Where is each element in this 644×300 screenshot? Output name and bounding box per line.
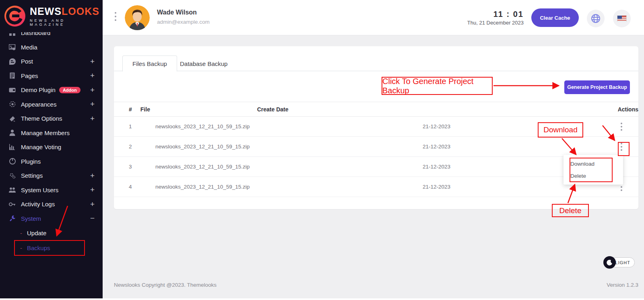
sidebar-item-label: Activity Logs [21,201,55,208]
plugins-icon [9,158,16,165]
settings-icon [9,172,16,179]
sidebar-item-label: Media [21,44,37,51]
sidebar-item-label: Manage Members [21,129,70,136]
sidebar-item-manage-members[interactable]: Manage Members [0,126,103,140]
row-file-name: newslooks_2023_12_21_10_59_15.zip [155,123,423,129]
annotation-download-label: Download [538,122,583,138]
brand-logo[interactable]: NEWSLOOKS NEWS AND MAGAZINE [0,0,103,32]
activity-logs-icon [9,201,16,208]
expand-plus-icon[interactable]: + [90,171,95,180]
sidebar-item-system-users[interactable]: System Users + [0,183,103,197]
expand-plus-icon[interactable]: + [90,71,95,80]
sidebar-item-demo-plugin[interactable]: Demo Plugin Addon + [0,83,103,97]
sidebar-item-label: System [21,215,41,222]
top-header: Wade Wilson admin@example.com 11 : 01 Th… [103,0,644,35]
col-header-actions: Actions [303,106,638,113]
row-create-date: 21-12-2023 [423,123,528,129]
sidebar-item-label: Demo Plugin [21,86,56,93]
clear-cache-button[interactable]: Clear Cache [531,8,579,27]
footer-version: Version 1.2.3 [607,282,638,288]
sidebar-subitem-update[interactable]: - Update [0,226,103,240]
sidebar-toggle-kebab-icon[interactable] [115,12,116,21]
sidebar-item-label: Theme Options [21,115,62,122]
header-clock: 11 : 01 Thu, 21 December 2023 [467,10,524,26]
sidebar-item-appearances[interactable]: Appearances + [0,97,103,112]
clock-time: 11 : 01 [467,10,524,19]
row-actions-menu-icon[interactable] [619,121,624,132]
locale-flag-button[interactable] [613,10,631,27]
annotation-backups-highlight-box [14,240,85,256]
pages-icon [9,72,16,79]
annotation-generate-label: Click To Generate Project Backup [382,77,493,95]
sidebar-item-label: System Users [21,187,58,193]
sidebar-item-theme-options[interactable]: Theme Options + [0,111,103,126]
row-index: 1 [114,123,155,129]
sidebar-item-plugins[interactable]: Plugins [0,154,103,169]
user-email: admin@example.com [157,19,210,25]
expand-plus-icon[interactable]: + [90,185,95,194]
expand-plus-icon[interactable]: + [90,114,95,123]
sidebar-item-activity-logs[interactable]: Activity Logs + [0,197,103,212]
globe-icon [591,14,601,23]
sidebar-nav: Dashboard Media Post + Pages + Demo Plug… [0,26,103,255]
bottom-edge [0,298,644,300]
expand-plus-icon[interactable]: + [90,86,95,95]
sidebar-item-label: Post [21,58,33,65]
sidebar-item-label: Manage Voting [21,144,61,150]
sidebar-item-manage-voting[interactable]: Manage Voting [0,140,103,154]
generate-project-backup-button[interactable]: Generate Project Backup [564,80,630,94]
tab-files-backup[interactable]: Files Backup [122,55,177,72]
addon-badge: Addon [59,87,80,93]
post-icon [9,58,16,65]
user-name[interactable]: Wade Wilson [157,9,197,16]
sidebar-item-system[interactable]: System − [0,212,103,226]
brand-name: NEWSLOOKS NEWS AND MAGAZINE [30,6,103,27]
media-icon [9,44,16,51]
manage-members-icon [9,129,16,136]
language-globe-button[interactable] [587,10,605,27]
sidebar-item-pages[interactable]: Pages + [0,69,103,83]
manage-voting-icon [9,144,16,150]
annotation-delete-label: Delete [552,204,589,217]
clock-date: Thu, 21 December 2023 [467,20,524,26]
sidebar-item-label: Settings [21,172,43,179]
theme-toggle-label: LIGHT [615,260,630,265]
sidebar-item-label: Appearances [21,101,56,108]
table-row: 3 newslooks_2023_12_21_10_59_15.zip 21-1… [114,157,638,177]
system-wrench-icon [9,215,16,222]
expand-plus-icon[interactable]: + [90,57,95,66]
collapse-minus-icon[interactable]: − [90,214,95,223]
user-avatar[interactable] [125,5,150,30]
avatar-image [125,5,150,30]
sidebar-item-media[interactable]: Media [0,40,103,55]
tab-database-backup[interactable]: Database Backup [170,55,237,72]
annotation-dots-highlight-box [618,142,630,156]
table-row: 2 newslooks_2023_12_21_10_59_15.zip 21-1… [114,137,638,157]
theme-options-icon [9,115,16,122]
system-users-icon [9,187,16,193]
subitem-dash: - [20,230,22,236]
moon-icon [603,256,616,269]
col-header-create-date: Create Date [257,106,303,113]
expand-plus-icon[interactable]: + [90,100,95,109]
sidebar-item-settings[interactable]: Settings + [0,168,103,183]
table-header-row: # File Create Date Actions [114,102,638,117]
row-create-date: 21-12-2023 [423,144,528,150]
appearances-icon [9,101,16,108]
sidebar-item-label: Pages [21,72,38,79]
row-index: 4 [114,184,155,190]
demo-plugin-icon [9,86,16,93]
sidebar-item-label: Plugins [21,158,41,165]
col-header-file: File [140,106,257,113]
sidebar-item-post[interactable]: Post + [0,54,103,69]
annotation-dropdown-highlight-box [570,158,613,182]
sidebar-subitem-label: Update [27,230,46,236]
brand-tagline: NEWS AND MAGAZINE [30,18,103,27]
row-file-name: newslooks_2023_12_21_10_59_15.zip [155,164,423,170]
row-file-name: newslooks_2023_12_21_10_59_15.zip [155,184,423,190]
row-index: 3 [114,164,155,170]
us-flag-icon [617,15,627,22]
expand-plus-icon[interactable]: + [90,200,95,209]
footer-copyright: Newslooks Copyright @2023. Themelooks [114,282,217,288]
backup-tabs: Files Backup Database Backup [114,46,638,71]
